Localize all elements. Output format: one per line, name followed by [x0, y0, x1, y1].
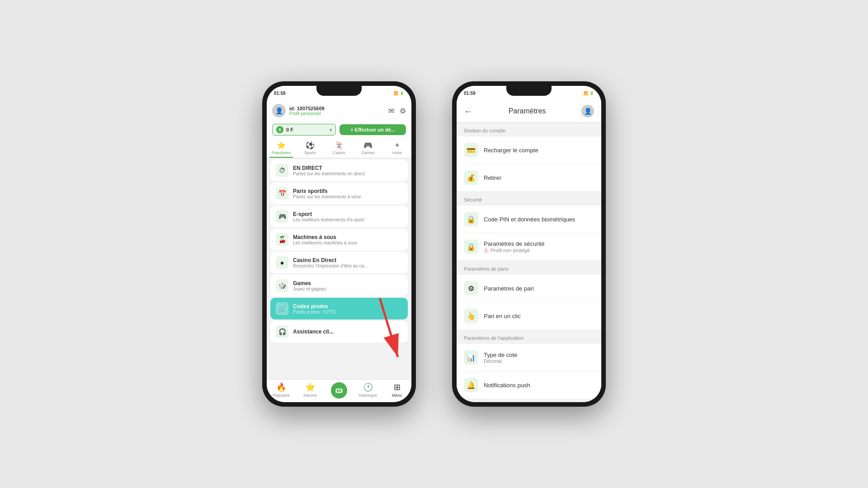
bottom-nav-populaire-label: Populaire	[273, 393, 290, 398]
autre-icon: ✦	[394, 141, 400, 150]
codes-promo-icon: 🛒	[276, 302, 288, 315]
tab-autre[interactable]: ✦ Autre	[382, 138, 411, 158]
casino-direct-text: Casino En Direct Ressentez l'impression …	[293, 257, 368, 268]
avatar: 👤	[272, 104, 286, 117]
settings-item-pin[interactable]: 🔒 Code PIN et données biométriques	[457, 206, 601, 233]
section-securite: Sécurité	[457, 192, 601, 205]
user-id: id: 1007525609	[289, 106, 325, 111]
nav-tabs: ⭐ Populaires ⚽ Sports 🃏 Casino 🎮 Games ✦…	[267, 138, 411, 158]
esport-text: E-sport Les meilleurs événements d'e-spo…	[293, 211, 364, 222]
assistance-icon: 🎧	[276, 325, 288, 338]
games-text: Games Jouez et gagnez	[293, 280, 326, 291]
settings-list: Gestion du compte 💳 Recharger le compte …	[457, 122, 601, 402]
esport-icon: 🎮	[276, 210, 288, 223]
pari-clic-text: Pari en un clic	[484, 313, 521, 319]
assistance-text: Assistance cli...	[293, 328, 334, 335]
notch	[316, 86, 362, 96]
list-item-codes-promo[interactable]: 🛒 Codes promo Points promo : 0 PTS	[270, 298, 408, 319]
back-button[interactable]: ←	[464, 106, 473, 117]
pari-params-text: Paramètres de pari	[484, 285, 534, 292]
status-icons-left: 📶 🔋	[394, 91, 404, 95]
settings-item-retirer[interactable]: 💰 Retirer	[457, 164, 601, 191]
paris-icon: 📅	[276, 187, 288, 200]
user-text: id: 1007525609 Profil personnel	[289, 106, 325, 116]
bottom-nav-favoris[interactable]: ⭐ Favoris	[296, 382, 325, 399]
menu-list: ⏱ EN DIRECT Pariez sur les événements en…	[267, 158, 411, 379]
coin-icon: $	[276, 126, 283, 133]
settings-item-recharger[interactable]: 💳 Recharger le compte	[457, 136, 601, 164]
pin-icon: 🔒	[464, 212, 478, 226]
list-item-assistance[interactable]: 🎧 Assistance cli...	[270, 321, 408, 343]
list-item-endirect[interactable]: ⏱ EN DIRECT Pariez sur les événements en…	[270, 160, 408, 181]
machines-text: Machines à sous Les meilleures machines …	[293, 234, 357, 245]
bottom-nav-historique-label: Historique	[359, 393, 377, 398]
profile-type: Profil personnel	[289, 111, 325, 116]
settings-header: ← Paramètres 👤	[457, 100, 601, 122]
signal-icon: 📶	[394, 91, 398, 95]
pin-text: Code PIN et données biométriques	[484, 216, 575, 223]
menu-icon: ⊞	[394, 382, 401, 392]
section-app-params: Paramètres de l'application	[457, 330, 601, 343]
list-item-games[interactable]: 🎲 Games Jouez et gagnez	[270, 275, 408, 296]
balance-value: 0 F	[286, 127, 293, 132]
right-phone: 01:59 📶 🔋 ← Paramètres 👤 Gestion du comp…	[452, 81, 606, 407]
casino-icon: 🃏	[335, 141, 344, 150]
status-time-left: 01:58	[274, 91, 286, 96]
games-icon: 🎮	[363, 141, 373, 150]
tab-populaires[interactable]: ⭐ Populaires	[267, 138, 296, 158]
tab-games[interactable]: 🎮 Games	[354, 138, 382, 158]
status-time-right: 01:59	[464, 91, 476, 96]
bottom-nav-populaire[interactable]: 🔥 Populaire	[267, 382, 296, 399]
bottom-nav-historique[interactable]: 🕐 Historique	[354, 382, 382, 399]
settings-item-notifications[interactable]: 🔔 Notifications push	[457, 371, 601, 399]
tab-sports[interactable]: ⚽ Sports	[296, 138, 325, 158]
settings-item-pari-clic[interactable]: 👆 Pari en un clic	[457, 302, 601, 329]
endirect-icon: ⏱	[276, 164, 288, 177]
wifi-icon: 🔋	[400, 91, 404, 95]
error-dot: ⚠	[484, 247, 489, 253]
bottom-nav-coupon[interactable]: 🎟	[325, 382, 354, 399]
notifications-icon: 🔔	[464, 378, 478, 392]
casino-direct-icon: ♠	[276, 256, 288, 269]
battery-icon-right: 🔋	[590, 91, 594, 95]
list-item-casino-direct[interactable]: ♠ Casino En Direct Ressentez l'impressio…	[270, 252, 408, 273]
signal-icon-right: 📶	[584, 91, 588, 95]
paris-text: Paris sportifs Pariez sur les événements…	[293, 188, 361, 199]
message-icon[interactable]: ✉	[388, 107, 394, 115]
settings-item-pari-params[interactable]: ⚙ Paramètres de pari	[457, 275, 601, 302]
balance-bar: $ 0 F ▾ + Effectuer un dé...	[267, 121, 411, 138]
securite-subtitle: ⚠ Profil non protégé	[484, 247, 544, 253]
settings-item-type-cote[interactable]: 📊 Type de cote Décimal	[457, 344, 601, 371]
type-cote-text: Type de cote Décimal	[484, 352, 517, 364]
type-cote-icon: 📊	[464, 350, 478, 365]
status-icons-right: 📶 🔋	[584, 91, 594, 95]
coupon-icon: 🎟	[331, 382, 347, 399]
star-icon: ⭐	[305, 382, 315, 392]
bottom-nav-favoris-label: Favoris	[303, 393, 317, 398]
user-info: 👤 id: 1007525609 Profil personnel	[272, 104, 325, 117]
left-phone: 01:58 📶 🔋 👤 id: 1007525609 Profil person…	[262, 81, 416, 407]
codes-promo-text: Codes promo Points promo : 0 PTS	[293, 303, 336, 314]
list-item-machines[interactable]: 🍒 Machines à sous Les meilleures machine…	[270, 229, 408, 250]
bottom-nav-menu[interactable]: ⊞ Menu	[382, 382, 411, 399]
clock-icon: 🕐	[363, 382, 373, 392]
tab-casino[interactable]: 🃏 Casino	[325, 138, 354, 158]
header-icons: ✉ ⚙	[388, 107, 406, 115]
settings-icon[interactable]: ⚙	[400, 107, 406, 115]
settings-item-securite-params[interactable]: 🔒 Paramètres de sécurité ⚠ Profil non pr…	[457, 233, 601, 260]
section-paris-params: Paramètres de paris	[457, 261, 601, 274]
left-phone-screen: 01:58 📶 🔋 👤 id: 1007525609 Profil person…	[267, 86, 411, 402]
recharger-icon: 💳	[464, 143, 478, 157]
deposit-button[interactable]: + Effectuer un dé...	[340, 124, 406, 135]
list-item-esport[interactable]: 🎮 E-sport Les meilleurs événements d'e-s…	[270, 206, 408, 227]
status-bar-left: 01:58 📶 🔋	[267, 86, 411, 100]
arrow-retirer	[457, 163, 488, 192]
securite-params-icon: 🔒	[464, 239, 478, 254]
endirect-text: EN DIRECT Pariez sur les événements en d…	[293, 165, 365, 176]
pari-params-icon: ⚙	[464, 281, 478, 296]
notch-right	[506, 86, 552, 96]
bottom-nav: 🔥 Populaire ⭐ Favoris 🎟 🕐 Historique ⊞ M…	[267, 379, 411, 402]
dropdown-icon[interactable]: ▾	[330, 127, 332, 132]
sports-icon: ⚽	[306, 141, 315, 150]
list-item-paris[interactable]: 📅 Paris sportifs Pariez sur les événemen…	[270, 183, 408, 204]
